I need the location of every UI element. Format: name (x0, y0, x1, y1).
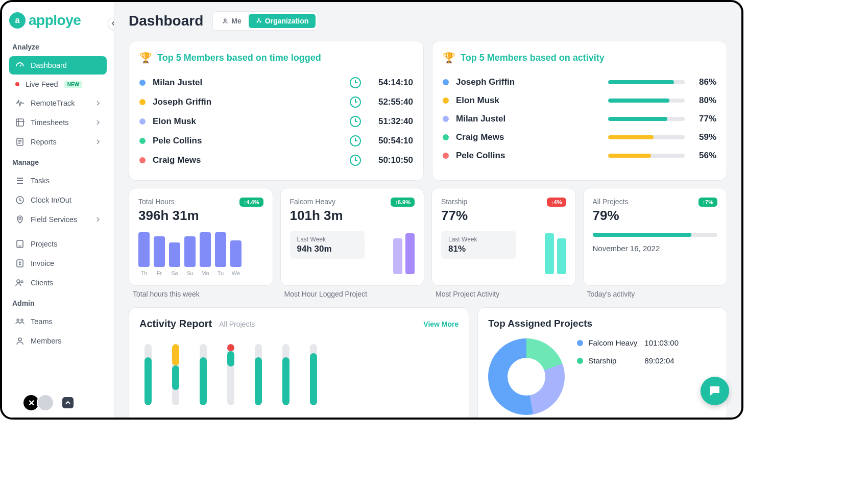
bar-label: Sa (171, 270, 178, 276)
nav-label: Tasks (31, 177, 50, 185)
percent-value: 80% (692, 95, 716, 106)
nav-tasks[interactable]: Tasks (9, 172, 107, 190)
legend-dot (577, 358, 583, 364)
time-value: 54:14:10 (372, 78, 413, 88)
twin-bars (393, 233, 415, 274)
member-name: Craig Mews (456, 132, 601, 142)
nav-clock[interactable]: Clock In/Out (9, 191, 107, 209)
bar-column: Sa (169, 242, 180, 276)
percent-value: 56% (692, 151, 716, 161)
footer-avatars: ✕ (22, 394, 74, 411)
chevron-right-icon (95, 139, 101, 144)
sidebar: a apploye Analyze Dashboard Live Feed NE… (2, 2, 114, 418)
last-week-label: Last Week (297, 236, 358, 243)
percent-value: 77% (692, 114, 716, 124)
chat-button[interactable] (701, 377, 729, 405)
activity-subtitle: All Projects (219, 320, 255, 328)
color-dot (139, 157, 146, 163)
svg-rect-0 (16, 119, 23, 126)
view-more-link[interactable]: View More (423, 320, 459, 328)
person-icon (222, 18, 228, 24)
section-admin: Admin (12, 299, 107, 307)
projects-title: Top Assigned Projects (488, 318, 716, 329)
clients-icon (15, 278, 25, 287)
member-row: Craig Mews 50:10:50 (139, 151, 413, 170)
stat-value: 77% (441, 208, 566, 224)
bar-column: Mo (200, 232, 211, 276)
toggle-me[interactable]: Me (215, 14, 248, 28)
color-dot (139, 118, 146, 125)
new-badge: NEW (64, 81, 82, 88)
member-name: Pele Collins (456, 151, 601, 161)
nav-live-feed[interactable]: Live Feed NEW (9, 76, 107, 93)
nav-members[interactable]: Members (9, 332, 107, 350)
trend-badge: ↑6.9% (391, 198, 415, 207)
toggle-label: Me (231, 17, 241, 25)
color-dot (139, 99, 146, 105)
time-value: 51:32:40 (372, 116, 413, 127)
activity-header: Activity Report All Projects View More (139, 318, 459, 330)
avatar[interactable] (37, 394, 54, 411)
last-week-label: Last Week (448, 236, 509, 243)
nav-reports[interactable]: Reports (9, 133, 107, 151)
nav-label: Clients (31, 279, 53, 287)
nav-label: Clock In/Out (31, 196, 71, 204)
activity-bar (255, 344, 262, 405)
bar (230, 240, 242, 267)
nav-teams[interactable]: Teams (9, 312, 107, 331)
last-week-box: Last Week 81% (441, 231, 516, 259)
stat-value: 79% (593, 208, 718, 224)
activity-icon (15, 99, 25, 108)
projects-legend: Falcom Heavy 101:03:00 Starship 89:02:04 (577, 338, 679, 415)
clock-icon (350, 96, 361, 108)
percent-value: 86% (692, 77, 716, 87)
stat-project-activity: Starship ↓4% 77% Last Week 81% (431, 188, 576, 286)
scroll-up-button[interactable] (62, 397, 74, 408)
top-time-card: 🏆 Top 5 Members based on time logged Mil… (129, 41, 424, 181)
card-title: 🏆 Top 5 Members based on activity (443, 52, 716, 64)
last-week-value: 94h 30m (297, 244, 358, 254)
progress-bar (608, 117, 685, 121)
progress-bar (608, 99, 685, 103)
view-toggle: Me Organization (212, 11, 318, 31)
projects-icon (15, 239, 25, 249)
nav-invoice[interactable]: Invoice (9, 254, 107, 273)
toggle-organization[interactable]: Organization (249, 14, 316, 28)
card-title: 🏆 Top 5 Members based on time logged (139, 52, 413, 64)
color-dot (139, 138, 146, 144)
member-row: Pele Collins 56% (443, 146, 716, 165)
bar-column: Su (184, 236, 196, 276)
invoice-icon (15, 259, 25, 268)
brand-logo: a apploye (9, 12, 107, 29)
activity-bar (200, 344, 207, 405)
progress-bar (608, 154, 685, 158)
top-activity-card: 🏆 Top 5 Members based on activity Joseph… (432, 41, 727, 181)
nav-clients[interactable]: Clients (9, 274, 107, 292)
clock-icon (350, 155, 361, 166)
chevron-right-icon (95, 101, 101, 106)
activity-bar (227, 344, 234, 405)
clock-icon (15, 195, 25, 205)
trend-badge: ↓4% (547, 198, 566, 207)
nav-remote-track[interactable]: RemoteTrack (9, 94, 107, 112)
trend-badge: ↑7% (698, 198, 717, 207)
activity-report-card: Activity Report All Projects View More (129, 307, 469, 418)
nav-field[interactable]: Field Services (9, 210, 107, 229)
nav-dashboard[interactable]: Dashboard (9, 56, 107, 75)
sidebar-collapse-button[interactable] (108, 17, 114, 30)
progress-bar (608, 80, 685, 84)
members-icon (15, 336, 25, 346)
bar-label: Su (186, 270, 193, 276)
bar (169, 242, 180, 267)
nav-projects[interactable]: Projects (9, 235, 107, 253)
nav-timesheets[interactable]: Timesheets (9, 113, 107, 132)
svg-point-3 (19, 217, 21, 219)
member-row: Elon Musk 51:32:40 (139, 112, 413, 131)
color-dot (443, 97, 449, 104)
stat-value: 101h 3m (290, 208, 415, 224)
percent-value: 59% (692, 132, 716, 142)
bar-label: We (232, 270, 240, 276)
stat-top-project-hours: Falcom Heavy ↑6.9% 101h 3m Last Week 94h… (280, 188, 425, 286)
stat-date: November 16, 2022 (593, 244, 718, 253)
member-name: Joseph Griffin (456, 77, 601, 87)
